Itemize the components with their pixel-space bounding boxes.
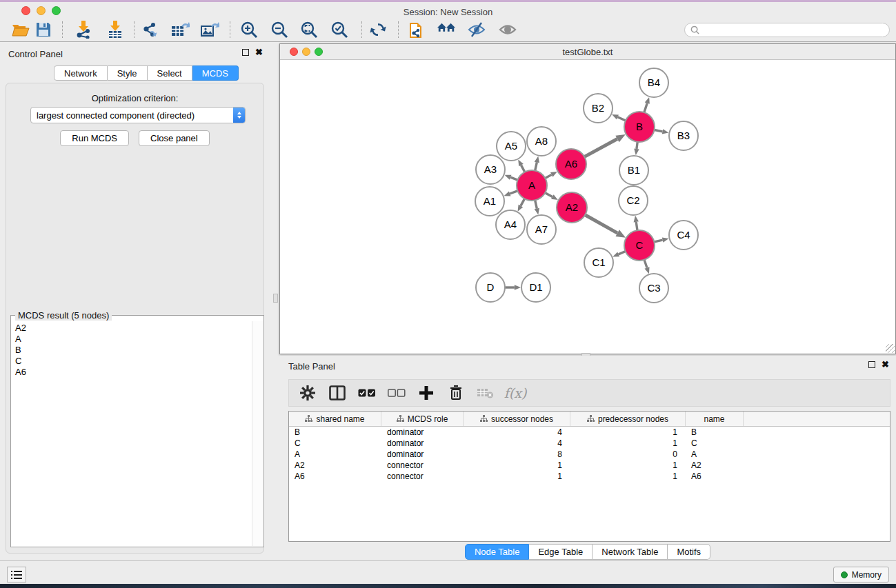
home-icon[interactable]	[437, 20, 456, 39]
node-A6[interactable]: A6	[556, 149, 586, 179]
columns-icon[interactable]	[328, 384, 346, 402]
node-C1[interactable]: C1	[584, 248, 613, 277]
cell-MCDS-role[interactable]: connector	[381, 472, 464, 481]
cell-MCDS-role[interactable]: dominator	[381, 438, 464, 448]
zoom-fit-icon[interactable]	[299, 20, 319, 39]
node-B2[interactable]: B2	[584, 94, 613, 123]
node-B4[interactable]: B4	[639, 68, 668, 97]
network-window-titlebar[interactable]: testGlobe.txt	[280, 44, 895, 60]
cell-name[interactable]: C	[686, 438, 744, 448]
cell-name[interactable]: B	[686, 427, 744, 437]
result-item[interactable]: C	[15, 356, 252, 367]
node-A8[interactable]: A8	[527, 127, 556, 156]
vertical-split-handle[interactable]	[273, 294, 278, 303]
mcds-result-list[interactable]: A2ABCA6	[12, 321, 252, 546]
deselect-all-checkboxes-icon[interactable]	[388, 384, 406, 402]
edge-A6-B[interactable]	[584, 139, 617, 157]
node-table[interactable]: shared nameMCDS rolesuccessor nodesprede…	[288, 411, 890, 542]
tab-style[interactable]: Style	[108, 65, 148, 81]
task-history-button[interactable]	[7, 567, 26, 582]
tab-node-table[interactable]: Node Table	[465, 544, 530, 560]
memory-button[interactable]: Memory	[833, 567, 889, 582]
criterion-dropdown[interactable]: largest connected component (directed)	[30, 107, 246, 123]
column-header-shared-name[interactable]: shared name	[289, 412, 381, 426]
tab-network-table[interactable]: Network Table	[593, 544, 668, 560]
table-row[interactable]: A6connector11A6	[289, 471, 890, 482]
cell-predecessor-nodes[interactable]: 1	[570, 472, 686, 481]
node-D[interactable]: D	[476, 273, 505, 302]
node-A4[interactable]: A4	[496, 210, 525, 239]
import-network-icon[interactable]	[74, 20, 93, 39]
node-A[interactable]: A	[517, 170, 547, 201]
cell-shared-name[interactable]: C	[289, 438, 381, 448]
node-C2[interactable]: C2	[619, 186, 648, 215]
column-header-MCDS-role[interactable]: MCDS role	[381, 412, 464, 426]
cell-predecessor-nodes[interactable]: 1	[570, 438, 686, 448]
table-row[interactable]: A2connector11A2	[289, 460, 890, 471]
run-mcds-button[interactable]: Run MCDS	[60, 130, 129, 146]
show-eye-icon[interactable]	[498, 20, 517, 39]
cell-successor-nodes[interactable]: 1	[464, 472, 570, 481]
cell-successor-nodes[interactable]: 4	[464, 438, 570, 448]
cell-predecessor-nodes[interactable]: 0	[570, 449, 686, 459]
window-resize-grip[interactable]	[886, 344, 895, 353]
node-B[interactable]: B	[624, 112, 655, 142]
node-A2[interactable]: A2	[557, 192, 587, 223]
column-header-successor-nodes[interactable]: successor nodes	[464, 412, 570, 426]
cell-predecessor-nodes[interactable]: 1	[570, 460, 686, 470]
node-C4[interactable]: C4	[669, 221, 698, 250]
cell-name[interactable]: A2	[686, 460, 744, 470]
cell-shared-name[interactable]: A2	[289, 460, 381, 470]
cell-shared-name[interactable]: A	[289, 449, 381, 459]
close-table-panel-icon[interactable]: ✖	[882, 361, 889, 368]
export-image-icon[interactable]	[200, 20, 219, 39]
cell-MCDS-role[interactable]: connector	[381, 460, 464, 470]
float-panel-icon[interactable]	[242, 49, 249, 56]
result-item[interactable]: B	[15, 345, 252, 356]
open-file-icon[interactable]	[11, 20, 30, 39]
network-canvas[interactable]: B4B2BB3A5A8A6A3B1AA1C2A2A4A7C4CC1DD1C3	[280, 60, 895, 354]
result-scrollbar[interactable]	[252, 321, 263, 546]
node-B1[interactable]: B1	[619, 156, 648, 185]
search-input[interactable]	[703, 26, 889, 35]
zoom-out-icon[interactable]	[270, 20, 289, 39]
cell-shared-name[interactable]: B	[289, 427, 381, 437]
close-panel-icon[interactable]: ✖	[255, 49, 263, 56]
tab-edge-table[interactable]: Edge Table	[529, 544, 593, 560]
node-A3[interactable]: A3	[476, 155, 505, 184]
save-session-icon[interactable]	[34, 20, 53, 39]
tab-select[interactable]: Select	[148, 65, 192, 81]
cell-name[interactable]: A	[686, 449, 744, 459]
table-row[interactable]: Bdominator41B	[289, 427, 890, 438]
refresh-icon[interactable]	[368, 20, 388, 39]
cell-name[interactable]: A6	[686, 472, 744, 481]
float-table-panel-icon[interactable]	[868, 361, 875, 368]
cell-predecessor-nodes[interactable]: 1	[570, 427, 686, 437]
table-row[interactable]: Adominator80A	[289, 449, 890, 460]
result-item[interactable]: A6	[15, 367, 252, 378]
node-D1[interactable]: D1	[521, 273, 550, 302]
edge-A2-C[interactable]	[584, 214, 617, 233]
manage-networks-icon[interactable]	[408, 20, 427, 39]
export-table-icon[interactable]	[170, 20, 190, 39]
select-all-checkboxes-icon[interactable]	[358, 384, 376, 402]
hide-panels-icon[interactable]	[467, 20, 486, 39]
cell-MCDS-role[interactable]: dominator	[381, 449, 464, 459]
cell-successor-nodes[interactable]: 4	[464, 427, 570, 437]
network-graph[interactable]: B4B2BB3A5A8A6A3B1AA1C2A2A4A7C4CC1DD1C3	[280, 60, 895, 354]
cell-shared-name[interactable]: A6	[289, 472, 381, 481]
add-icon[interactable]	[417, 384, 435, 402]
import-table-icon[interactable]	[106, 20, 125, 39]
cell-MCDS-role[interactable]: dominator	[381, 427, 464, 437]
node-A7[interactable]: A7	[527, 215, 556, 244]
gear-icon[interactable]	[299, 384, 317, 402]
zoom-selected-icon[interactable]	[330, 20, 349, 39]
result-item[interactable]: A	[15, 334, 252, 345]
column-header-predecessor-nodes[interactable]: predecessor nodes	[570, 412, 686, 426]
cell-successor-nodes[interactable]: 1	[464, 460, 570, 470]
node-A1[interactable]: A1	[475, 187, 504, 216]
zoom-in-icon[interactable]	[239, 20, 259, 39]
column-header-name[interactable]: name	[686, 412, 744, 426]
result-item[interactable]: A2	[15, 323, 252, 334]
node-A5[interactable]: A5	[497, 132, 526, 161]
